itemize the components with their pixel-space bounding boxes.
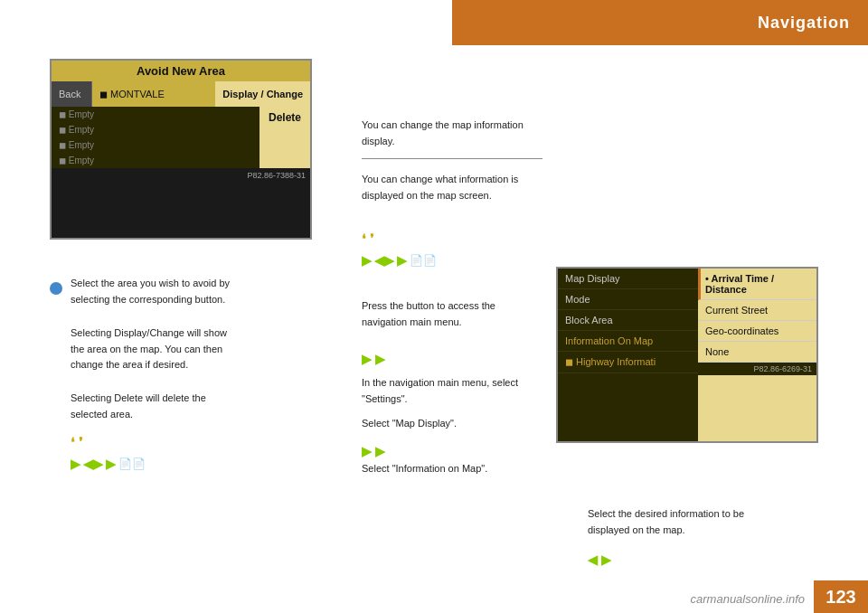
yellow-quote-mid: ❛ ❜ — [362, 231, 374, 246]
green-arrow-mid-3: ▶ — [397, 253, 407, 268]
panel2-right-options: • Arrival Time / Distance Current Street… — [698, 269, 816, 441]
panel2-block-area: Block Area — [558, 310, 698, 331]
nav-icons-mid-row2: ▶ ▶ — [362, 351, 385, 367]
panel1-delete: Delete — [259, 107, 310, 168]
page-number: 123 — [826, 587, 855, 608]
page-ref-1: 📄📄 — [118, 457, 146, 470]
green-arrow-step3: ▶ ▶ — [362, 444, 385, 458]
panel1-title: Avoid New Area — [52, 61, 310, 81]
panel1-item-2: ◼ Empty — [52, 122, 259, 137]
nav-icons-right-row: ◀ ▶ — [588, 552, 611, 568]
nav-icons-mid-quotes: ❛ ❜ — [362, 231, 374, 247]
h-rule-1 — [362, 158, 542, 159]
nav-icons-row-2: ▶ ◀▶ ▶ 📄📄 — [71, 457, 146, 471]
green-arrow-right: ◀ ▶ — [588, 552, 611, 567]
panel2-screenshot: Map Display Mode Block Area Information … — [556, 267, 818, 443]
text-block-right-1: Select the desired information to be dis… — [588, 506, 832, 538]
panel2-mode: Mode — [558, 289, 698, 310]
header-bar: Navigation — [452, 0, 868, 45]
text-block-mid-5: Select "Map Display". — [362, 416, 542, 432]
panel1-location: ◼ MONTVALE — [92, 81, 215, 107]
panel2-info-on-map: Information On Map — [558, 331, 698, 352]
text-block-mid-1: You can change the map information displ… — [362, 118, 542, 149]
green-arrow-3: ▶ — [106, 457, 116, 471]
panel1-item-1: ◼ Empty — [52, 107, 259, 122]
text-block-mid-2: You can change what information is displ… — [362, 172, 542, 203]
panel1-footer: P82.86-7388-31 — [52, 168, 310, 183]
green-arrow-mid-2: ◀▶ — [374, 253, 394, 268]
page-ref-mid: 📄📄 — [410, 254, 437, 267]
nav-icons-mid-row: ▶ ◀▶ ▶ 📄📄 — [362, 253, 437, 268]
panel2-none: None — [698, 342, 816, 363]
bullet-dot-1 — [50, 282, 62, 295]
panel2-left-menu: Map Display Mode Block Area Information … — [558, 269, 698, 441]
panel2-current-street: Current Street — [698, 300, 816, 321]
panel2-footer: P82.86-6269-31 — [698, 363, 816, 375]
panel1-display: Display / Change — [215, 81, 310, 107]
panel1-back: Back — [52, 81, 92, 107]
panel2-geo-coords: Geo-coordinates — [698, 321, 816, 342]
panel2-highway-info: ◼ Highway Informati — [558, 352, 698, 373]
green-arrow-2: ◀▶ — [83, 457, 103, 471]
panel1-items-list: ◼ Empty ◼ Empty ◼ Empty ◼ Empty — [52, 107, 259, 168]
text-block-3: Selecting Delete will delete the selecte… — [71, 391, 351, 422]
green-arrow-1: ▶ — [71, 457, 80, 471]
nav-icons-mid-row3: ▶ ▶ — [362, 443, 385, 459]
text-block-2: Selecting Display/Change will show the a… — [71, 325, 351, 373]
panel2-map-display: Map Display — [558, 269, 698, 289]
text-block-mid-3: Press the button to access the navigatio… — [362, 298, 542, 330]
panel1-item-4: ◼ Empty — [52, 153, 259, 168]
panel1-screenshot: Avoid New Area Back ◼ MONTVALE Display /… — [50, 59, 312, 240]
panel1-item-3: ◼ Empty — [52, 137, 259, 153]
nav-icons-row-1: ❛ ❜ — [71, 434, 83, 450]
yellow-quote-open: ❛ ❜ — [71, 435, 83, 449]
page-number-badge: 123 — [814, 580, 868, 613]
watermark: carmanualsonline.info — [691, 592, 805, 606]
text-block-mid-4: In the navigation main menu, select "Set… — [362, 375, 542, 407]
text-block-1: Select the area you wish to avoid by sel… — [71, 276, 351, 307]
text-block-mid-6: Select "Information on Map". — [362, 461, 542, 477]
page-title: Navigation — [758, 14, 850, 33]
panel2-arrival-time: • Arrival Time / Distance — [698, 269, 816, 300]
green-arrow-step: ▶ ▶ — [362, 352, 385, 366]
green-arrow-mid-1: ▶ — [362, 253, 372, 268]
